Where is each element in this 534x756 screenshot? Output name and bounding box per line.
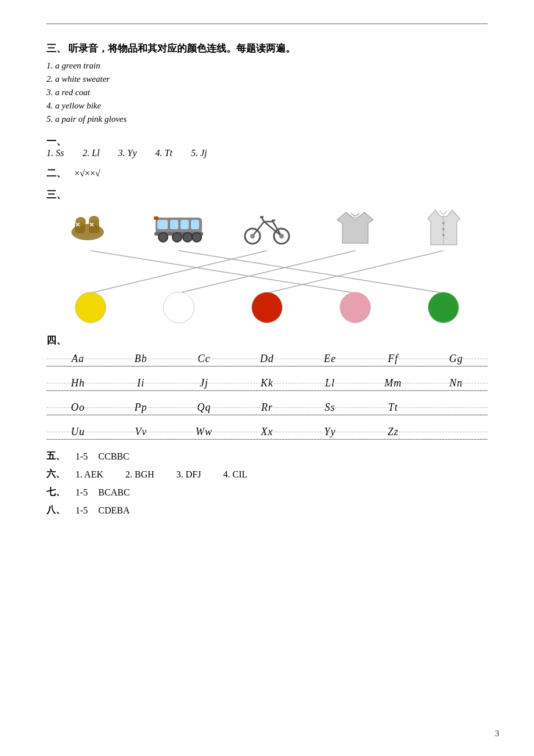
alpha-Ff: Ff	[362, 353, 425, 365]
color-green	[409, 292, 478, 323]
alpha-Tt: Tt	[362, 401, 425, 414]
alphabet-row-4: Uu Vv Ww Xx Yy Zz Xx	[46, 426, 488, 440]
img-coat	[409, 207, 478, 248]
alpha-Rr: Rr	[236, 401, 299, 414]
alpha-Ee: Ee	[298, 353, 362, 365]
section-san-label: 三、	[46, 188, 488, 201]
section-qi-row: 七、 1-5 BCABC	[46, 486, 488, 498]
section-er-marks: ×√××√	[74, 168, 100, 178]
connect-colors-row	[46, 292, 488, 323]
section3-item-2: 2. a white sweater	[46, 74, 488, 84]
alpha-Zz: Zz	[362, 426, 425, 438]
section-qi-label: 七、	[46, 486, 65, 498]
alpha-Gg: Gg	[424, 353, 488, 365]
section3-instruction: 三、 听录音，将物品和其对应的颜色连线。每题读两遍。 1. a green tr…	[46, 42, 488, 124]
alpha-Bb: Bb	[110, 353, 173, 365]
color-white	[144, 292, 214, 323]
alpha-Qq: Qq	[172, 401, 236, 414]
svg-point-16	[172, 233, 182, 242]
yi-answer-4: 4. Tt	[156, 148, 172, 158]
section-wu-label: 五、	[46, 450, 65, 462]
svg-rect-12	[181, 220, 189, 229]
alpha-Hh: Hh	[46, 377, 110, 389]
svg-point-35	[442, 228, 445, 230]
section-qi: 七、 1-5 BCABC	[46, 486, 488, 498]
section-qi-range: 1-5	[75, 487, 88, 498]
section-ba-answer: CDEBA	[98, 505, 129, 516]
alpha-Oo: Oo	[46, 401, 110, 414]
alpha-Ii: Ii	[110, 377, 173, 389]
page-number: 3	[495, 729, 500, 739]
alpha-Cc: Cc	[172, 353, 236, 365]
alpha-Ww: Ww	[172, 426, 236, 438]
svg-line-37	[179, 251, 443, 293]
section-ba-label: 八、	[46, 504, 65, 516]
section-liu-ans-2: 2. BGH	[125, 469, 154, 480]
color-yellow	[56, 292, 125, 323]
section-wu-row: 五、 1-5 CCBBC	[46, 450, 488, 462]
color-red	[232, 292, 302, 323]
section3-item-1: 1. a green train	[46, 61, 488, 71]
section-liu-row: 六、 1. AEK 2. BGH 3. DFJ 4. CIL	[46, 468, 488, 480]
alpha-Dd: Dd	[236, 353, 299, 365]
section-qi-answer: BCABC	[98, 487, 129, 498]
section-si-label: 四、	[46, 334, 488, 347]
section-liu-ans-1: 1. AEK	[75, 469, 103, 480]
svg-point-15	[158, 233, 168, 242]
section-ba-row: 八、 1-5 CDEBA	[46, 504, 488, 516]
alpha-Xx: Xx	[236, 426, 299, 438]
section-liu: 六、 1. AEK 2. BGH 3. DFJ 4. CIL	[46, 468, 488, 480]
svg-line-41	[179, 251, 355, 293]
section3-item-4: 4. a yellow bike	[46, 101, 488, 111]
yi-answer-2: 2. Ll	[82, 148, 99, 158]
alpha-Pp: Pp	[110, 401, 173, 414]
section-san-label-area: 三、	[46, 188, 488, 323]
section-wu-answer: CCBBC	[98, 451, 129, 462]
svg-point-30	[279, 234, 284, 238]
section-yi: 一、 1. Ss 2. Ll 3. Yy 4. Tt 5. Jj	[46, 135, 488, 158]
svg-rect-10	[157, 220, 168, 229]
alphabet-row-2: Hh Ii Jj Kk Ll Mm Nn	[46, 377, 488, 391]
alpha-Jj: Jj	[172, 377, 236, 389]
alpha-Mm: Mm	[362, 377, 425, 389]
alpha-Aa: Aa	[46, 353, 110, 365]
alpha-Kk: Kk	[236, 377, 299, 389]
alpha-Vv: Vv	[110, 426, 173, 438]
section3-header: 三、 听录音，将物品和其对应的颜色连线。每题读两遍。	[46, 42, 488, 55]
section-liu-ans-3: 3. DFJ	[176, 469, 201, 480]
section-yi-label: 一、	[46, 135, 488, 148]
alpha-Ss: Ss	[298, 401, 362, 414]
alpha-Yy: Yy	[298, 426, 362, 438]
svg-point-34	[442, 222, 445, 225]
top-border	[46, 23, 488, 24]
color-pink	[320, 292, 390, 323]
svg-point-29	[250, 234, 255, 238]
svg-point-17	[183, 233, 192, 242]
svg-line-39	[91, 251, 267, 293]
yi-answer-1: 1. Ss	[46, 148, 64, 158]
svg-marker-31	[337, 212, 373, 243]
section-wu-range: 1-5	[75, 451, 88, 462]
img-shirt	[320, 209, 390, 245]
yi-answer-5: 5. Jj	[191, 148, 207, 158]
svg-point-18	[192, 233, 201, 242]
section-ba-range: 1-5	[75, 505, 88, 516]
section-ba: 八、 1-5 CDEBA	[46, 504, 488, 516]
svg-rect-13	[191, 220, 199, 229]
svg-line-40	[91, 251, 355, 293]
yi-answer-3: 3. Yy	[118, 148, 137, 158]
alpha-Nn: Nn	[424, 377, 488, 389]
img-shoes	[56, 210, 125, 245]
connect-section	[46, 207, 488, 323]
section-liu-ans-4: 4. CIL	[223, 469, 247, 480]
section3-item-3: 3. a red coat	[46, 88, 488, 97]
section-liu-label: 六、	[46, 468, 65, 480]
section-wu: 五、 1-5 CCBBC	[46, 450, 488, 462]
section-er-label: 二、 ×√××√	[46, 167, 488, 180]
section-er: 二、 ×√××√	[46, 167, 488, 180]
alpha-Uu: Uu	[46, 426, 110, 438]
svg-point-36	[442, 234, 445, 236]
section-si: 四、 Aa Bb Cc Dd Ee Ff Gg Hh Ii Jj Kk Ll M…	[46, 334, 488, 440]
alphabet-row-1: Aa Bb Cc Dd Ee Ff Gg	[46, 353, 488, 367]
svg-line-38	[267, 251, 443, 293]
